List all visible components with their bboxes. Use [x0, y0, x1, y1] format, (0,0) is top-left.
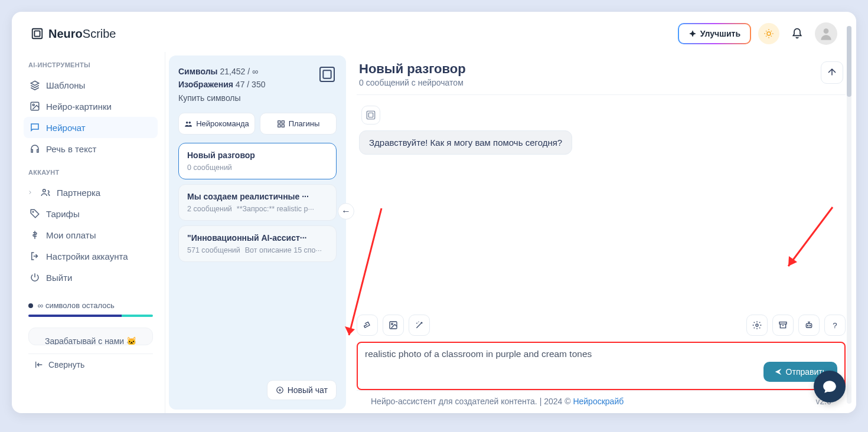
bot-message: Здравствуйте! Как я могу вам помочь сего…: [359, 130, 572, 155]
sidebar-item-partner[interactable]: Партнерка: [24, 182, 158, 203]
user-icon: [818, 26, 834, 41]
support-fab[interactable]: [814, 371, 846, 402]
chat-main: Новый разговор 0 сообщений с нейрочатом …: [346, 52, 856, 413]
nav-label: Выйти: [46, 273, 72, 283]
credits-widget: ∞ символов осталось: [28, 301, 153, 317]
tab-neuroteam[interactable]: Нейрокоманда: [178, 113, 255, 135]
messages-area: Здравствуйте! Как я могу вам помочь сего…: [357, 95, 846, 312]
image-icon: [30, 101, 40, 112]
user-avatar[interactable]: [815, 22, 837, 45]
svg-rect-17: [367, 111, 375, 119]
tab-label: Нейрокоманда: [196, 119, 249, 128]
tool-image[interactable]: [383, 315, 404, 336]
sun-icon: [763, 28, 774, 39]
collapse-icon: [34, 360, 44, 369]
headphones-icon: [30, 143, 40, 154]
cube-icon: [318, 65, 337, 84]
sidebar: AI-ИНСТРУМЕНТЫ Шаблоны Нейро-картинки Не…: [12, 52, 165, 413]
upgrade-button[interactable]: Улучшить: [678, 23, 751, 44]
footer-link[interactable]: Нейроскрайб: [573, 397, 624, 406]
svg-rect-22: [779, 322, 787, 324]
symbols-value: 21,452 / ∞: [220, 67, 257, 76]
status-dot: [28, 303, 33, 308]
conversation-sub: 2 сообщений: [187, 205, 232, 213]
dollar-icon: [30, 230, 40, 240]
tab-label: Плагины: [289, 119, 320, 128]
svg-rect-0: [32, 29, 43, 39]
sidebar-item-images[interactable]: Нейро-картинки: [24, 96, 158, 117]
conversation-card[interactable]: Мы создаем реалистичные ··· 2 сообщений*…: [178, 184, 337, 221]
sidebar-item-templates[interactable]: Шаблоны: [24, 74, 158, 96]
sidebar-section-tools: AI-ИНСТРУМЕНТЫ: [28, 61, 158, 68]
collapse-sidebar[interactable]: Свернуть: [28, 354, 153, 375]
sidebar-item-logout[interactable]: Выйти: [24, 267, 158, 288]
conversation-title: "Инновационный AI-ассист···: [187, 233, 328, 243]
svg-rect-8: [320, 67, 334, 81]
theme-toggle[interactable]: [758, 23, 779, 44]
image-icon: [389, 320, 398, 330]
robot-icon: [804, 320, 814, 330]
sidebar-item-settings[interactable]: Настройки аккаунта: [24, 246, 158, 267]
team-icon: [184, 120, 192, 128]
tool-archive[interactable]: [772, 315, 794, 336]
conversation-sub: 571 сообщений: [187, 246, 240, 254]
logo-text-1: Neuro: [48, 27, 83, 40]
rocket-icon: [688, 30, 697, 38]
app-window: NeuroScribe Улучшить AI-ИНСТРУМЕНТЫ Шабл…: [12, 12, 856, 413]
sidebar-item-payments[interactable]: Мои оплаты: [24, 224, 158, 246]
header-actions: Улучшить: [678, 22, 837, 45]
svg-rect-9: [323, 70, 331, 78]
images-label: Изображения: [178, 80, 233, 89]
share-button[interactable]: [821, 61, 843, 84]
svg-point-6: [43, 189, 46, 192]
sidebar-item-speech[interactable]: Речь в текст: [24, 138, 158, 159]
images-value: 47 / 350: [236, 80, 266, 89]
chat-header: Новый разговор 0 сообщений с нейрочатом: [357, 59, 846, 95]
new-chat-label: Новый чат: [288, 385, 328, 395]
svg-rect-14: [278, 125, 280, 127]
conversation-list: Новый разговор 0 сообщений Мы создаем ре…: [178, 143, 337, 380]
sidebar-item-tariffs[interactable]: Тарифы: [24, 203, 158, 224]
svg-rect-1: [34, 31, 40, 36]
nav-label: Речь в текст: [46, 144, 96, 154]
tag-icon: [30, 208, 40, 219]
svg-point-10: [186, 122, 188, 124]
svg-point-11: [189, 122, 191, 124]
stats-block: Символы 21,452 / ∞ Изображения 47 / 350 …: [178, 65, 337, 104]
tool-attach[interactable]: [357, 315, 378, 336]
logo-icon: [31, 27, 44, 40]
collapse-panel-button[interactable]: ←: [338, 203, 354, 220]
svg-point-7: [32, 211, 34, 212]
tool-bot[interactable]: [798, 315, 820, 336]
conversation-card[interactable]: Новый разговор 0 сообщений: [178, 143, 337, 179]
upgrade-label: Улучшить: [700, 29, 740, 38]
earn-card[interactable]: Зарабатывай с нами 🐱: [28, 328, 153, 345]
collapse-label: Свернуть: [48, 360, 84, 369]
tool-help[interactable]: ?: [824, 315, 846, 336]
tool-settings[interactable]: [746, 315, 768, 336]
conversation-title: Мы создаем реалистичные ···: [187, 192, 328, 201]
buy-credits-link[interactable]: Купить символы: [178, 93, 241, 103]
plus-circle-icon: [276, 386, 284, 394]
logo[interactable]: NeuroScribe: [31, 27, 116, 41]
nav-label: Настройки аккаунта: [46, 251, 128, 261]
conversation-title: Новый разговор: [187, 150, 328, 160]
notifications-button[interactable]: [787, 23, 808, 44]
nav-label: Нейрочат: [46, 123, 86, 133]
tool-magic[interactable]: [409, 315, 430, 336]
conversation-card[interactable]: "Инновационный AI-ассист··· 571 сообщени…: [178, 225, 337, 262]
svg-point-24: [807, 325, 808, 326]
conversation-sub: 0 сообщений: [187, 163, 328, 172]
nav-label: Мои оплаты: [46, 230, 96, 240]
nav-label: Шаблоны: [46, 80, 85, 90]
archive-icon: [778, 320, 788, 330]
tab-plugins[interactable]: Плагины: [260, 113, 337, 135]
svg-point-3: [824, 28, 829, 34]
layers-icon: [30, 80, 40, 90]
share-icon: [827, 67, 837, 78]
bot-avatar: [361, 106, 380, 125]
new-chat-button[interactable]: Новый чат: [267, 380, 337, 400]
help-icon: ?: [833, 321, 837, 330]
sidebar-item-chat[interactable]: Нейрочат: [24, 117, 158, 138]
svg-rect-13: [282, 120, 284, 123]
